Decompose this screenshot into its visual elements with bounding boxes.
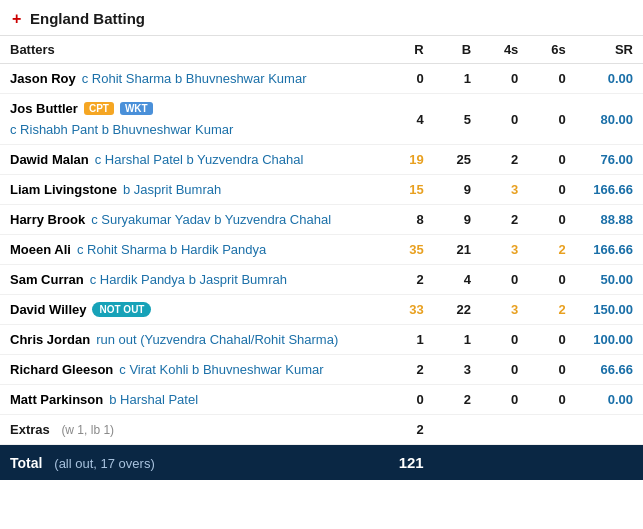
sixes: 2: [528, 235, 575, 265]
batter-cell: Matt Parkinsonb Harshal Patel: [0, 385, 383, 415]
runs: 19: [383, 145, 434, 175]
extras-value: 2: [383, 415, 434, 445]
strike-rate: 80.00: [576, 94, 643, 145]
strike-rate: 150.00: [576, 295, 643, 325]
strike-rate: 66.66: [576, 355, 643, 385]
runs: 8: [383, 205, 434, 235]
notout-badge: NOT OUT: [92, 302, 151, 317]
batter-name: Jos Buttler: [10, 101, 78, 116]
batter-name: Richard Gleeson: [10, 362, 113, 377]
dismissal-text: c Harshal Patel b Yuzvendra Chahal: [95, 152, 304, 167]
dismissal-text: c Rohit Sharma b Hardik Pandya: [77, 242, 266, 257]
total-value: 121: [383, 445, 434, 481]
total-row: Total (all out, 17 overs) 121: [0, 445, 643, 481]
table-row: Sam Curranc Hardik Pandya b Jasprit Bumr…: [0, 265, 643, 295]
dismissal-text: b Harshal Patel: [109, 392, 198, 407]
strike-rate: 0.00: [576, 64, 643, 94]
balls: 2: [434, 385, 481, 415]
section-header: England Batting: [0, 0, 643, 36]
balls: 1: [434, 64, 481, 94]
england-flag-icon: [12, 12, 30, 26]
batter-cell: Liam Livingstoneb Jasprit Bumrah: [0, 175, 383, 205]
table-row: Moeen Alic Rohit Sharma b Hardik Pandya3…: [0, 235, 643, 265]
runs: 0: [383, 385, 434, 415]
col-fours: 4s: [481, 36, 528, 64]
sixes: 0: [528, 64, 575, 94]
sixes: 0: [528, 175, 575, 205]
sixes: 0: [528, 265, 575, 295]
runs: 35: [383, 235, 434, 265]
cpt-badge: CPT: [84, 102, 114, 115]
batter-cell: Moeen Alic Rohit Sharma b Hardik Pandya: [0, 235, 383, 265]
balls: 3: [434, 355, 481, 385]
col-r: R: [383, 36, 434, 64]
runs: 1: [383, 325, 434, 355]
fours: 0: [481, 64, 528, 94]
batter-cell: Jason Royc Rohit Sharma b Bhuvneshwar Ku…: [0, 64, 383, 94]
dismissal-text: b Jasprit Bumrah: [123, 182, 221, 197]
runs: 0: [383, 64, 434, 94]
dismissal-text: run out (Yuzvendra Chahal/Rohit Sharma): [96, 332, 338, 347]
batter-cell: Richard Gleesonc Virat Kohli b Bhuvneshw…: [0, 355, 383, 385]
fours: 2: [481, 205, 528, 235]
sixes: 0: [528, 325, 575, 355]
total-label: Total (all out, 17 overs): [0, 445, 383, 481]
batter-cell: Chris Jordanrun out (Yuzvendra Chahal/Ro…: [0, 325, 383, 355]
sixes: 0: [528, 205, 575, 235]
table-row: Matt Parkinsonb Harshal Patel02000.00: [0, 385, 643, 415]
batter-name: Matt Parkinson: [10, 392, 103, 407]
dismissal-text: c Virat Kohli b Bhuvneshwar Kumar: [119, 362, 323, 377]
dismissal-text: c Rohit Sharma b Bhuvneshwar Kumar: [82, 71, 307, 86]
balls: 9: [434, 175, 481, 205]
batter-cell: Sam Curranc Hardik Pandya b Jasprit Bumr…: [0, 265, 383, 295]
runs: 15: [383, 175, 434, 205]
extras-label: Extras (w 1, lb 1): [0, 415, 383, 445]
fours: 0: [481, 325, 528, 355]
sixes: 0: [528, 145, 575, 175]
balls: 5: [434, 94, 481, 145]
batter-name: Moeen Ali: [10, 242, 71, 257]
sixes: 2: [528, 295, 575, 325]
table-row: Jason Royc Rohit Sharma b Bhuvneshwar Ku…: [0, 64, 643, 94]
fours: 0: [481, 265, 528, 295]
strike-rate: 100.00: [576, 325, 643, 355]
strike-rate: 166.66: [576, 175, 643, 205]
batter-name: Harry Brook: [10, 212, 85, 227]
batter-cell: Jos ButtlerCPTWKTc Rishabh Pant b Bhuvne…: [0, 94, 383, 145]
sixes: 0: [528, 385, 575, 415]
col-b: B: [434, 36, 481, 64]
dismissal-text: c Hardik Pandya b Jasprit Bumrah: [90, 272, 287, 287]
table-row: David WilleyNOT OUT332232150.00: [0, 295, 643, 325]
fours: 0: [481, 355, 528, 385]
balls: 9: [434, 205, 481, 235]
fours: 0: [481, 385, 528, 415]
batter-name: Chris Jordan: [10, 332, 90, 347]
strike-rate: 0.00: [576, 385, 643, 415]
balls: 21: [434, 235, 481, 265]
col-batters: Batters: [0, 36, 383, 64]
batter-cell: David WilleyNOT OUT: [0, 295, 383, 325]
runs: 2: [383, 265, 434, 295]
strike-rate: 76.00: [576, 145, 643, 175]
runs: 4: [383, 94, 434, 145]
extras-row: Extras (w 1, lb 1) 2: [0, 415, 643, 445]
table-row: Jos ButtlerCPTWKTc Rishabh Pant b Bhuvne…: [0, 94, 643, 145]
fours: 3: [481, 175, 528, 205]
table-row: Harry Brookc Suryakumar Yadav b Yuzvendr…: [0, 205, 643, 235]
fours: 0: [481, 94, 528, 145]
batter-name: David Willey: [10, 302, 86, 317]
col-sixes: 6s: [528, 36, 575, 64]
runs: 2: [383, 355, 434, 385]
section-title: England Batting: [30, 10, 145, 27]
table-row: Richard Gleesonc Virat Kohli b Bhuvneshw…: [0, 355, 643, 385]
strike-rate: 88.88: [576, 205, 643, 235]
batter-name: Jason Roy: [10, 71, 76, 86]
fours: 2: [481, 145, 528, 175]
strike-rate: 166.66: [576, 235, 643, 265]
balls: 22: [434, 295, 481, 325]
fours: 3: [481, 235, 528, 265]
sixes: 0: [528, 94, 575, 145]
fours: 3: [481, 295, 528, 325]
balls: 25: [434, 145, 481, 175]
dismissal-text: c Suryakumar Yadav b Yuzvendra Chahal: [91, 212, 331, 227]
